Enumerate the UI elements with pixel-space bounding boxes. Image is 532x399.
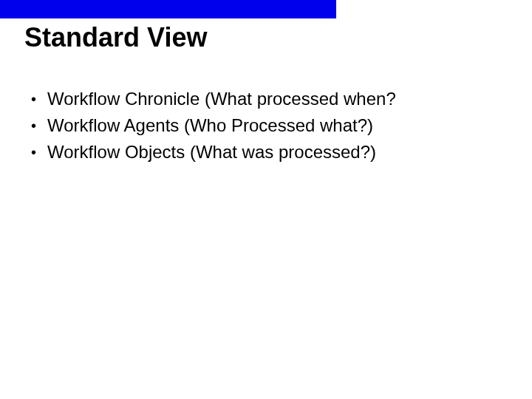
slide: Standard View Workflow Chronicle (What p…	[0, 0, 532, 399]
slide-title: Standard View	[24, 22, 207, 53]
bullet-list: Workflow Chronicle (What processed when?…	[27, 86, 499, 166]
list-item: Workflow Chronicle (What processed when?	[27, 86, 499, 112]
list-item: Workflow Objects (What was processed?)	[27, 139, 499, 166]
list-item: Workflow Agents (Who Processed what?)	[27, 112, 499, 139]
accent-bar	[0, 0, 336, 18]
